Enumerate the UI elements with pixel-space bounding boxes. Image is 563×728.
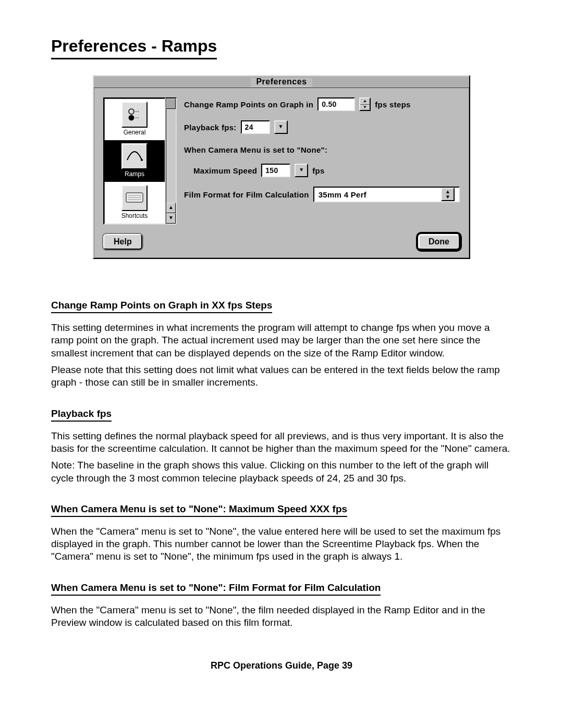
- film-format-value: 35mm 4 Perf: [319, 190, 367, 199]
- playback-fps-input[interactable]: 24: [241, 120, 270, 134]
- ramp-points-label: Change Ramp Points on Graph in: [184, 100, 313, 109]
- sidebar-item-ramps[interactable]: Ramps: [104, 140, 165, 182]
- preferences-form: Change Ramp Points on Graph in 0.50 ▲▼ f…: [184, 97, 460, 225]
- section-para: Note: The baseline in the graph shows th…: [51, 459, 512, 485]
- film-format-label: Film Format for Film Calculation: [184, 190, 309, 199]
- playback-fps-dropdown-icon[interactable]: ▼: [274, 120, 288, 134]
- section-para: When the "Camera" menu is set to "None",…: [51, 525, 512, 563]
- ramp-points-stepper[interactable]: ▲▼: [359, 97, 371, 111]
- category-sidebar: General Ramps Shortcuts: [103, 97, 166, 225]
- keyboard-icon: [121, 185, 148, 211]
- sidebar-item-label: Shortcuts: [106, 212, 163, 219]
- scroll-down-icon[interactable]: ▼: [166, 213, 176, 224]
- film-format-dropdown-icon[interactable]: ▲▼: [441, 188, 455, 201]
- ramp-points-input[interactable]: 0.50: [317, 97, 355, 111]
- done-button[interactable]: Done: [418, 234, 460, 250]
- section: When Camera Menu is set to "None": Maxim…: [51, 489, 512, 563]
- section-para: This setting defines the normal playback…: [51, 430, 512, 455]
- ramp-curve-icon: [121, 143, 148, 169]
- max-speed-input[interactable]: 150: [261, 164, 290, 177]
- sidebar-scrollbar[interactable]: ▲ ▼: [166, 97, 177, 225]
- playback-fps-label: Playback fps:: [184, 123, 237, 132]
- sidebar-item-general[interactable]: General: [104, 98, 165, 140]
- none-section-heading: When Camera Menu is set to "None":: [184, 145, 327, 154]
- section: When Camera Menu is set to "None": Film …: [51, 567, 512, 630]
- page-title: Preferences - Ramps: [51, 36, 217, 59]
- sidebar-item-label: General: [106, 129, 163, 136]
- dialog-title: Preferences: [251, 77, 312, 87]
- section-para: When the "Camera" menu is set to "None",…: [51, 604, 512, 630]
- page-footer: RPC Operations Guide, Page 39: [51, 660, 512, 671]
- section-para: Please note that this setting does not l…: [51, 364, 512, 389]
- svg-point-1: [129, 115, 134, 120]
- section-heading: When Camera Menu is set to "None": Film …: [51, 582, 381, 596]
- scrollbar-track[interactable]: [166, 109, 176, 203]
- section: Change Ramp Points on Graph in XX fps St…: [51, 285, 512, 389]
- scroll-up-icon[interactable]: ▲: [166, 203, 176, 213]
- section-heading: When Camera Menu is set to "None": Maxim…: [51, 503, 347, 517]
- svg-point-0: [129, 109, 134, 114]
- section-heading: Playback fps: [51, 408, 112, 422]
- section: Playback fps This setting defines the no…: [51, 393, 512, 485]
- svg-point-4: [141, 159, 143, 161]
- scrollbar-thumb[interactable]: [166, 98, 176, 109]
- dialog-titlebar[interactable]: Preferences: [94, 76, 469, 88]
- sidebar-item-shortcuts[interactable]: Shortcuts: [104, 182, 165, 224]
- section-para: This setting determines in what incremen…: [51, 322, 512, 360]
- max-speed-dropdown-icon[interactable]: ▼: [295, 164, 308, 177]
- max-speed-label: Maximum Speed: [193, 166, 257, 175]
- ramp-points-suffix: fps steps: [375, 100, 411, 109]
- radio-buttons-icon: [121, 102, 148, 128]
- max-speed-suffix: fps: [312, 166, 324, 175]
- preferences-dialog: Preferences General Ramps: [93, 75, 470, 259]
- section-heading: Change Ramp Points on Graph in XX fps St…: [51, 300, 272, 313]
- sidebar-item-label: Ramps: [106, 170, 163, 178]
- film-format-select[interactable]: 35mm 4 Perf ▲▼: [313, 187, 460, 202]
- help-button[interactable]: Help: [103, 234, 142, 250]
